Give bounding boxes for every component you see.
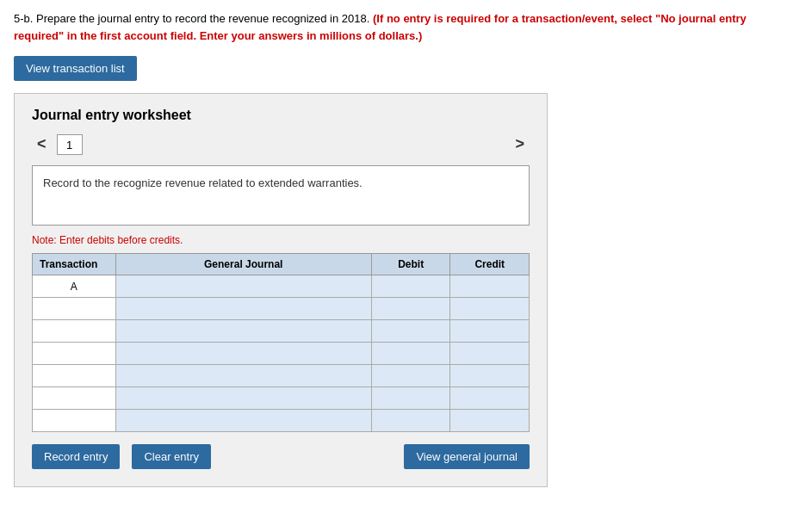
table-row [33,343,530,365]
journal-entry-worksheet: Journal entry worksheet < 1 > Record to … [14,93,548,487]
credit-cell[interactable] [450,387,530,410]
current-page-box: 1 [57,134,83,155]
transaction-cell [33,298,116,320]
credit-input[interactable] [454,415,525,427]
col-header-credit: Credit [450,254,530,275]
instructions-part1: 5-b. Prepare the journal entry to record… [14,12,369,25]
general-journal-cell[interactable] [115,365,371,387]
credit-input[interactable] [454,325,525,337]
debit-input[interactable] [375,281,447,293]
journal-table: Transaction General Journal Debit Credit… [32,253,530,432]
worksheet-note: Note: Enter debits before credits. [32,234,530,246]
debit-input[interactable] [375,325,447,337]
credit-input[interactable] [454,393,525,405]
table-row [33,298,530,320]
debit-cell[interactable] [371,320,450,343]
general-journal-cell[interactable] [115,387,371,410]
general-journal-cell[interactable] [115,320,371,343]
transaction-cell [33,410,116,432]
debit-cell[interactable] [371,387,450,410]
credit-input[interactable] [454,348,525,360]
credit-cell[interactable] [450,410,530,432]
next-page-button[interactable]: > [510,133,530,155]
debit-input[interactable] [375,415,447,427]
debit-input[interactable] [375,393,447,405]
instructions-text: 5-b. Prepare the journal entry to record… [14,10,789,44]
debit-cell[interactable] [371,365,450,387]
worksheet-title: Journal entry worksheet [32,108,530,123]
debit-input[interactable] [375,370,447,382]
col-header-general-journal: General Journal [115,254,371,275]
general-journal-cell[interactable] [115,410,371,432]
table-row [33,320,530,343]
general-journal-input[interactable] [120,393,368,405]
debit-cell[interactable] [371,410,450,432]
general-journal-input[interactable] [120,303,368,315]
credit-cell[interactable] [450,343,530,365]
credit-cell[interactable] [450,275,530,298]
debit-cell[interactable] [371,275,450,298]
clear-entry-button[interactable]: Clear entry [132,444,211,469]
transaction-cell: A [33,275,116,298]
debit-input[interactable] [375,348,447,360]
view-general-journal-button[interactable]: View general journal [404,444,530,469]
record-entry-button[interactable]: Record entry [32,444,120,469]
prev-page-button[interactable]: < [32,133,52,155]
col-header-transaction: Transaction [33,254,116,275]
table-row [33,387,530,410]
debit-cell[interactable] [371,298,450,320]
credit-input[interactable] [454,303,525,315]
general-journal-input[interactable] [120,281,368,293]
credit-cell[interactable] [450,320,530,343]
table-row [33,365,530,387]
general-journal-input[interactable] [120,348,368,360]
general-journal-cell[interactable] [115,275,371,298]
col-header-debit: Debit [371,254,450,275]
table-row: A [33,275,530,298]
worksheet-nav: < 1 > [32,133,530,155]
transaction-cell [33,320,116,343]
general-journal-input[interactable] [120,325,368,337]
credit-cell[interactable] [450,298,530,320]
credit-input[interactable] [454,370,525,382]
general-journal-input[interactable] [120,415,368,427]
debit-input[interactable] [375,303,447,315]
transaction-cell [33,387,116,410]
debit-cell[interactable] [371,343,450,365]
view-transaction-button[interactable]: View transaction list [14,56,137,81]
general-journal-cell[interactable] [115,298,371,320]
transaction-cell [33,365,116,387]
transaction-cell [33,343,116,365]
worksheet-description: Record to the recognize revenue related … [32,165,530,226]
table-row [33,410,530,432]
general-journal-cell[interactable] [115,343,371,365]
credit-cell[interactable] [450,365,530,387]
general-journal-input[interactable] [120,370,368,382]
action-buttons-row: Record entry Clear entry View general jo… [32,444,530,469]
credit-input[interactable] [454,281,525,293]
